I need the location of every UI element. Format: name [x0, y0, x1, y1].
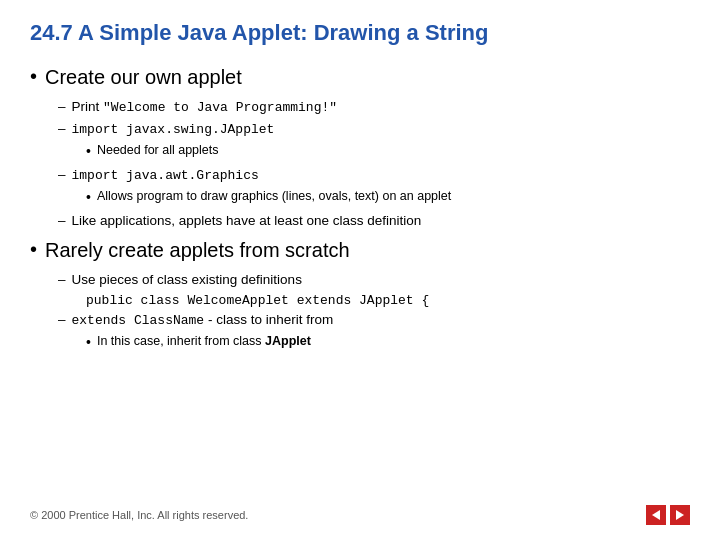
sub-sub-item-1: • Needed for all applets: [86, 142, 690, 162]
sub-sub-list-3: • In this case, inherit from class JAppl…: [86, 333, 690, 353]
sub-text-1: Print "Welcome to Java Programming!": [72, 98, 690, 117]
sub-item-2: – import javax.swing.JApplet: [58, 120, 690, 139]
next-arrow-icon: [676, 510, 684, 520]
nav-buttons: [646, 505, 690, 525]
next-button[interactable]: [670, 505, 690, 525]
slide-title: 24.7 A Simple Java Applet: Drawing a Str…: [30, 20, 690, 46]
bullet-2-text: Rarely create applets from scratch: [45, 237, 350, 263]
dash-5: –: [58, 271, 66, 290]
code-line-welcome-applet: public class WelcomeApplet extends JAppl…: [86, 293, 690, 308]
sub-text-2: import javax.swing.JApplet: [72, 120, 690, 139]
sub-text-4: Like applications, applets have at least…: [72, 212, 690, 231]
bullet-1-sublist: – Print "Welcome to Java Programming!" –…: [58, 98, 690, 231]
sub-sub-dot-2: •: [86, 188, 91, 208]
sub-sub-item-2: • Allows program to draw graphics (lines…: [86, 188, 690, 208]
sub-item-5: – Use pieces of class existing definitio…: [58, 271, 690, 290]
code-welcome: "Welcome to Java Programming!": [103, 100, 337, 115]
sub-sub-dot-3: •: [86, 333, 91, 353]
sub-sub-list-2: • Allows program to draw graphics (lines…: [86, 188, 690, 208]
extends-description: - class to inherit from: [204, 312, 333, 327]
sub-sub-text-3: In this case, inherit from class JApplet: [97, 333, 311, 351]
code-public-class: public class WelcomeApplet extends JAppl…: [86, 293, 429, 308]
sub-item-7: – extends ClassName - class to inherit f…: [58, 311, 690, 330]
sub-sub-text-1: Needed for all applets: [97, 142, 219, 160]
dash-2: –: [58, 120, 66, 139]
bullet-1: • Create our own applet: [30, 64, 690, 90]
sub-text-7: extends ClassName - class to inherit fro…: [72, 311, 690, 330]
sub-item-4: – Like applications, applets have at lea…: [58, 212, 690, 231]
prev-arrow-icon: [652, 510, 660, 520]
prev-button[interactable]: [646, 505, 666, 525]
bullet-2-sublist: – Use pieces of class existing definitio…: [58, 271, 690, 353]
dash-1: –: [58, 98, 66, 117]
code-extends-classname: extends ClassName: [72, 313, 205, 328]
sub-item-1: – Print "Welcome to Java Programming!": [58, 98, 690, 117]
code-import-graphics: import java.awt.Graphics: [72, 168, 259, 183]
bullet-dot-1: •: [30, 64, 37, 88]
bullet-1-text: Create our own applet: [45, 64, 242, 90]
dash-4: –: [58, 212, 66, 231]
dash-7: –: [58, 311, 66, 330]
dash-3: –: [58, 166, 66, 185]
sub-text-5: Use pieces of class existing definitions: [72, 271, 690, 290]
sub-sub-list-1: • Needed for all applets: [86, 142, 690, 162]
bullet-dot-2: •: [30, 237, 37, 261]
sub-sub-dot-1: •: [86, 142, 91, 162]
code-import-japplet: import javax.swing.JApplet: [72, 122, 275, 137]
japplet-bold: JApplet: [265, 334, 311, 348]
content: • Create our own applet – Print "Welcome…: [30, 64, 690, 497]
sub-sub-text-2: Allows program to draw graphics (lines, …: [97, 188, 451, 206]
sub-item-3: – import java.awt.Graphics: [58, 166, 690, 185]
footer-copyright: © 2000 Prentice Hall, Inc. All rights re…: [30, 509, 248, 521]
sub-text-3: import java.awt.Graphics: [72, 166, 690, 185]
bullet-2: • Rarely create applets from scratch: [30, 237, 690, 263]
sub-sub-item-3: • In this case, inherit from class JAppl…: [86, 333, 690, 353]
footer: © 2000 Prentice Hall, Inc. All rights re…: [30, 497, 690, 525]
slide: 24.7 A Simple Java Applet: Drawing a Str…: [0, 0, 720, 540]
